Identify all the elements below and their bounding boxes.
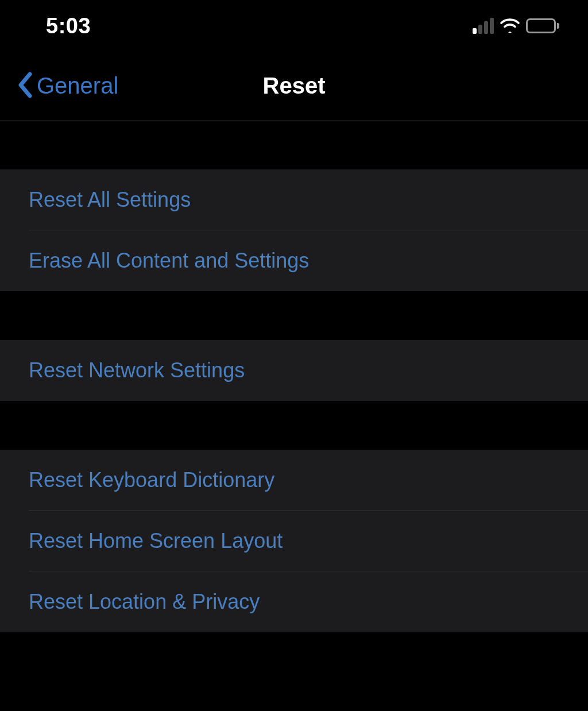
row-reset-location-privacy[interactable]: Reset Location & Privacy — [0, 571, 588, 632]
page-title: Reset — [263, 73, 326, 99]
back-button[interactable]: General — [17, 72, 118, 101]
row-reset-keyboard-dictionary[interactable]: Reset Keyboard Dictionary — [0, 450, 588, 511]
nav-bar: General Reset — [0, 52, 588, 121]
section-gap — [0, 121, 588, 169]
group-misc-resets: Reset Keyboard Dictionary Reset Home Scr… — [0, 450, 588, 632]
row-label: Reset Home Screen Layout — [29, 529, 283, 553]
section-gap — [0, 291, 588, 340]
group-network: Reset Network Settings — [0, 340, 588, 401]
row-label: Reset All Settings — [29, 188, 191, 212]
row-erase-all-content[interactable]: Erase All Content and Settings — [0, 230, 588, 291]
row-reset-network-settings[interactable]: Reset Network Settings — [0, 340, 588, 401]
wifi-icon — [500, 17, 520, 35]
back-label: General — [37, 73, 118, 99]
row-label: Reset Location & Privacy — [29, 590, 260, 614]
row-label: Erase All Content and Settings — [29, 249, 309, 273]
battery-icon — [526, 18, 559, 33]
bottom-gap — [0, 632, 588, 711]
status-icons — [473, 17, 559, 35]
row-reset-all-settings[interactable]: Reset All Settings — [0, 169, 588, 230]
status-time: 5:03 — [46, 14, 91, 38]
row-label: Reset Keyboard Dictionary — [29, 468, 274, 492]
chevron-left-icon — [17, 72, 33, 101]
section-gap — [0, 401, 588, 450]
cellular-icon — [473, 18, 494, 34]
status-bar: 5:03 — [0, 0, 588, 52]
row-reset-home-screen-layout[interactable]: Reset Home Screen Layout — [0, 511, 588, 571]
ios-settings-reset-screen: 5:03 — [0, 0, 588, 711]
group-reset-settings: Reset All Settings Erase All Content and… — [0, 169, 588, 291]
row-label: Reset Network Settings — [29, 358, 245, 382]
